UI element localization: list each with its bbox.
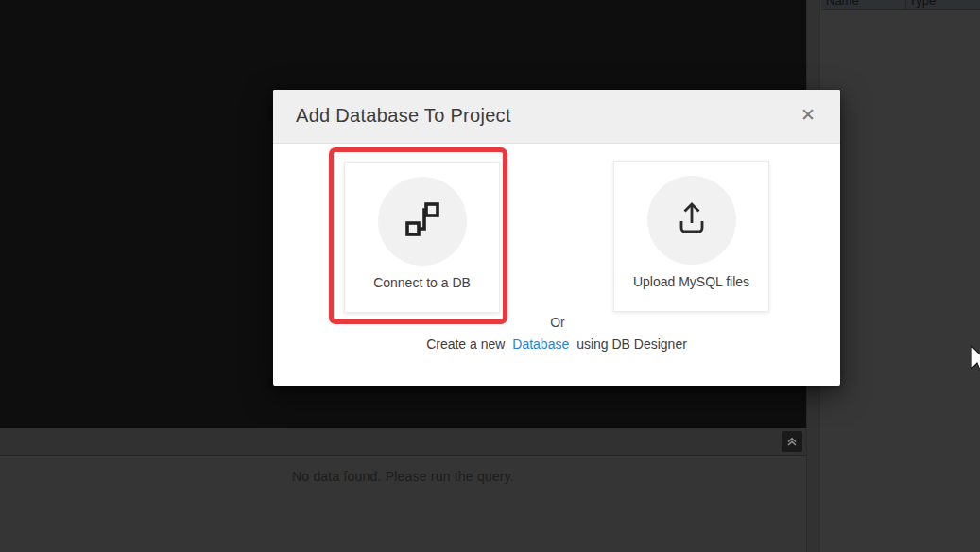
results-panel: No data found. Please run the query. — [0, 457, 806, 552]
app-window: No data found. Please run the query. Nam… — [0, 0, 980, 552]
modal-title: Add Database To Project — [296, 105, 511, 127]
add-database-modal: Add Database To Project ✕ Connect t — [273, 90, 840, 386]
create-database-line: Create a new Database using DB Designer — [273, 336, 840, 352]
column-divider — [905, 0, 906, 10]
or-separator: Or — [541, 315, 575, 330]
upload-icon — [670, 197, 714, 244]
database-link[interactable]: Database — [512, 336, 569, 352]
footer-suffix: using DB Designer — [576, 336, 687, 352]
connect-to-db-card[interactable]: Connect to a DB — [344, 162, 500, 313]
sidebar-table-header: Name Type — [821, 0, 980, 10]
db-connect-icon — [401, 198, 444, 245]
upload-mysql-label: Upload MySQL files — [633, 274, 749, 289]
modal-body: Connect to a DB Upload MySQL files Or — [273, 144, 840, 386]
double-chevron-up-icon — [785, 435, 799, 448]
results-toolbar — [0, 428, 806, 456]
no-data-message: No data found. Please run the query. — [292, 469, 514, 484]
column-header-type[interactable]: Type — [909, 0, 936, 8]
connect-to-db-label: Connect to a DB — [373, 275, 471, 290]
icon-circle — [378, 177, 467, 266]
collapse-panel-button[interactable] — [782, 431, 802, 452]
close-icon[interactable]: ✕ — [797, 103, 819, 126]
icon-circle — [647, 176, 736, 265]
upload-mysql-card[interactable]: Upload MySQL files — [613, 161, 769, 312]
column-header-name[interactable]: Name — [826, 0, 859, 8]
footer-prefix: Create a new — [426, 336, 505, 352]
modal-header: Add Database To Project ✕ — [273, 90, 840, 144]
